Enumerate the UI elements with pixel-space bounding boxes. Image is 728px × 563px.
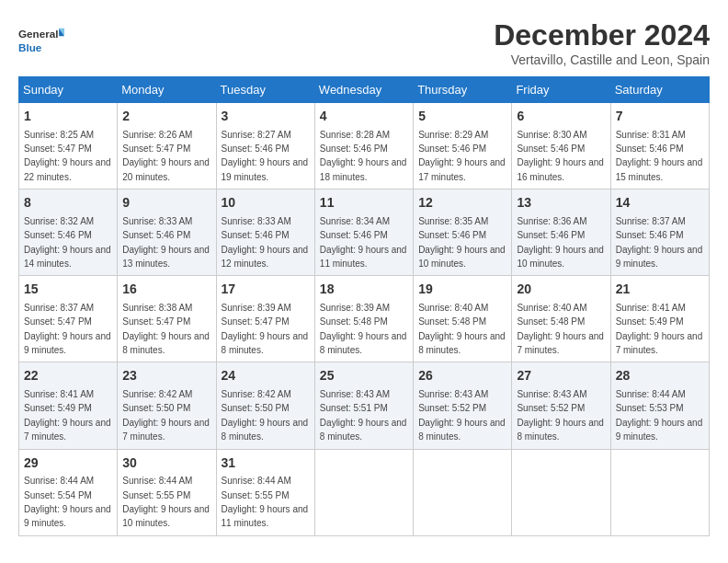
day-number: 6 <box>517 108 605 126</box>
day-cell: 6 Sunrise: 8:30 AMSunset: 5:46 PMDayligh… <box>512 103 610 190</box>
day-number: 29 <box>24 454 112 473</box>
day-info: Sunrise: 8:27 AMSunset: 5:46 PMDaylight:… <box>222 130 309 182</box>
day-cell: 1 Sunrise: 8:25 AMSunset: 5:47 PMDayligh… <box>19 103 118 190</box>
day-cell: 30 Sunrise: 8:44 AMSunset: 5:55 PMDaylig… <box>118 449 216 535</box>
day-number: 18 <box>320 281 408 299</box>
day-cell: 7 Sunrise: 8:31 AMSunset: 5:46 PMDayligh… <box>610 103 709 190</box>
day-number: 7 <box>616 108 704 126</box>
day-header-tuesday: Tuesday <box>216 77 314 103</box>
day-info: Sunrise: 8:44 AMSunset: 5:54 PMDaylight:… <box>24 476 111 528</box>
day-info: Sunrise: 8:30 AMSunset: 5:46 PMDaylight:… <box>517 130 604 182</box>
day-cell: 16 Sunrise: 8:38 AMSunset: 5:47 PMDaylig… <box>118 276 216 362</box>
day-cell: 19 Sunrise: 8:40 AMSunset: 5:48 PMDaylig… <box>414 276 512 362</box>
day-number: 16 <box>122 281 210 299</box>
day-number: 1 <box>24 108 112 126</box>
day-cell: 13 Sunrise: 8:36 AMSunset: 5:46 PMDaylig… <box>512 190 610 276</box>
day-number: 9 <box>122 194 210 213</box>
day-info: Sunrise: 8:31 AMSunset: 5:46 PMDaylight:… <box>616 130 703 182</box>
day-cell: 12 Sunrise: 8:35 AMSunset: 5:46 PMDaylig… <box>414 190 512 276</box>
day-number: 19 <box>418 281 506 299</box>
day-info: Sunrise: 8:38 AMSunset: 5:47 PMDaylight:… <box>122 303 210 355</box>
day-number: 13 <box>517 194 605 213</box>
day-info: Sunrise: 8:35 AMSunset: 5:46 PMDaylight:… <box>418 216 506 269</box>
day-number: 28 <box>616 367 704 385</box>
day-info: Sunrise: 8:37 AMSunset: 5:47 PMDaylight:… <box>24 303 111 355</box>
day-info: Sunrise: 8:39 AMSunset: 5:47 PMDaylight:… <box>222 303 309 355</box>
day-cell: 5 Sunrise: 8:29 AMSunset: 5:46 PMDayligh… <box>414 103 512 190</box>
day-number: 14 <box>616 194 704 213</box>
day-info: Sunrise: 8:43 AMSunset: 5:52 PMDaylight:… <box>418 389 506 442</box>
day-info: Sunrise: 8:41 AMSunset: 5:49 PMDaylight:… <box>616 303 703 355</box>
day-info: Sunrise: 8:39 AMSunset: 5:48 PMDaylight:… <box>320 303 407 355</box>
day-info: Sunrise: 8:26 AMSunset: 5:47 PMDaylight:… <box>122 130 210 182</box>
day-number: 5 <box>418 108 506 126</box>
day-number: 21 <box>616 281 704 299</box>
day-info: Sunrise: 8:32 AMSunset: 5:46 PMDaylight:… <box>24 216 111 269</box>
day-cell <box>414 449 512 535</box>
day-cell: 23 Sunrise: 8:42 AMSunset: 5:50 PMDaylig… <box>118 362 216 449</box>
day-info: Sunrise: 8:44 AMSunset: 5:53 PMDaylight:… <box>616 389 703 442</box>
day-number: 20 <box>517 281 605 299</box>
subtitle: Vertavillo, Castille and Leon, Spain <box>494 52 710 67</box>
day-info: Sunrise: 8:40 AMSunset: 5:48 PMDaylight:… <box>418 303 506 355</box>
day-number: 26 <box>418 367 506 385</box>
day-cell: 31 Sunrise: 8:44 AMSunset: 5:55 PMDaylig… <box>216 449 314 535</box>
calendar-table: SundayMondayTuesdayWednesdayThursdayFrid… <box>18 76 710 536</box>
day-cell: 28 Sunrise: 8:44 AMSunset: 5:53 PMDaylig… <box>610 362 709 449</box>
day-cell: 3 Sunrise: 8:27 AMSunset: 5:46 PMDayligh… <box>216 103 314 190</box>
day-info: Sunrise: 8:40 AMSunset: 5:48 PMDaylight:… <box>517 303 604 355</box>
week-row-2: 8 Sunrise: 8:32 AMSunset: 5:46 PMDayligh… <box>19 190 710 276</box>
day-number: 15 <box>24 281 112 299</box>
day-header-sunday: Sunday <box>19 77 118 103</box>
day-cell: 10 Sunrise: 8:33 AMSunset: 5:46 PMDaylig… <box>216 190 314 276</box>
day-header-monday: Monday <box>118 77 216 103</box>
day-cell: 24 Sunrise: 8:42 AMSunset: 5:50 PMDaylig… <box>216 362 314 449</box>
day-info: Sunrise: 8:29 AMSunset: 5:46 PMDaylight:… <box>418 130 506 182</box>
day-number: 27 <box>517 367 605 385</box>
day-info: Sunrise: 8:34 AMSunset: 5:46 PMDaylight:… <box>320 216 407 269</box>
day-info: Sunrise: 8:43 AMSunset: 5:51 PMDaylight:… <box>320 389 407 442</box>
day-cell: 25 Sunrise: 8:43 AMSunset: 5:51 PMDaylig… <box>314 362 413 449</box>
day-header-saturday: Saturday <box>610 77 709 103</box>
day-info: Sunrise: 8:42 AMSunset: 5:50 PMDaylight:… <box>222 389 309 442</box>
day-cell <box>610 449 709 535</box>
month-title: December 2024 <box>494 18 710 52</box>
day-number: 10 <box>222 194 310 213</box>
day-number: 30 <box>122 454 210 473</box>
day-number: 24 <box>222 367 310 385</box>
day-number: 11 <box>320 194 408 213</box>
day-cell <box>512 449 610 535</box>
day-info: Sunrise: 8:28 AMSunset: 5:46 PMDaylight:… <box>320 130 407 182</box>
day-header-thursday: Thursday <box>414 77 512 103</box>
day-number: 17 <box>222 281 310 299</box>
day-info: Sunrise: 8:44 AMSunset: 5:55 PMDaylight:… <box>122 476 210 528</box>
day-info: Sunrise: 8:41 AMSunset: 5:49 PMDaylight:… <box>24 389 111 442</box>
day-cell <box>314 449 413 535</box>
day-cell: 18 Sunrise: 8:39 AMSunset: 5:48 PMDaylig… <box>314 276 413 362</box>
day-info: Sunrise: 8:43 AMSunset: 5:52 PMDaylight:… <box>517 389 604 442</box>
day-number: 2 <box>122 108 210 126</box>
day-cell: 2 Sunrise: 8:26 AMSunset: 5:47 PMDayligh… <box>118 103 216 190</box>
day-header-friday: Friday <box>512 77 610 103</box>
day-number: 31 <box>222 454 310 473</box>
day-info: Sunrise: 8:42 AMSunset: 5:50 PMDaylight:… <box>122 389 210 442</box>
week-row-4: 22 Sunrise: 8:41 AMSunset: 5:49 PMDaylig… <box>19 362 710 449</box>
week-row-5: 29 Sunrise: 8:44 AMSunset: 5:54 PMDaylig… <box>19 449 710 535</box>
svg-text:General: General <box>18 28 58 40</box>
logo-svg: General Blue <box>18 18 64 64</box>
day-number: 12 <box>418 194 506 213</box>
day-cell: 20 Sunrise: 8:40 AMSunset: 5:48 PMDaylig… <box>512 276 610 362</box>
day-cell: 29 Sunrise: 8:44 AMSunset: 5:54 PMDaylig… <box>19 449 118 535</box>
day-cell: 8 Sunrise: 8:32 AMSunset: 5:46 PMDayligh… <box>19 190 118 276</box>
week-row-3: 15 Sunrise: 8:37 AMSunset: 5:47 PMDaylig… <box>19 276 710 362</box>
day-cell: 17 Sunrise: 8:39 AMSunset: 5:47 PMDaylig… <box>216 276 314 362</box>
week-row-1: 1 Sunrise: 8:25 AMSunset: 5:47 PMDayligh… <box>19 103 710 190</box>
logo: General Blue <box>18 18 64 64</box>
day-number: 8 <box>24 194 112 213</box>
day-cell: 15 Sunrise: 8:37 AMSunset: 5:47 PMDaylig… <box>19 276 118 362</box>
day-info: Sunrise: 8:44 AMSunset: 5:55 PMDaylight:… <box>222 476 309 528</box>
day-number: 4 <box>320 108 408 126</box>
title-area: December 2024 Vertavillo, Castille and L… <box>494 18 710 67</box>
day-cell: 9 Sunrise: 8:33 AMSunset: 5:46 PMDayligh… <box>118 190 216 276</box>
day-info: Sunrise: 8:33 AMSunset: 5:46 PMDaylight:… <box>222 216 309 269</box>
